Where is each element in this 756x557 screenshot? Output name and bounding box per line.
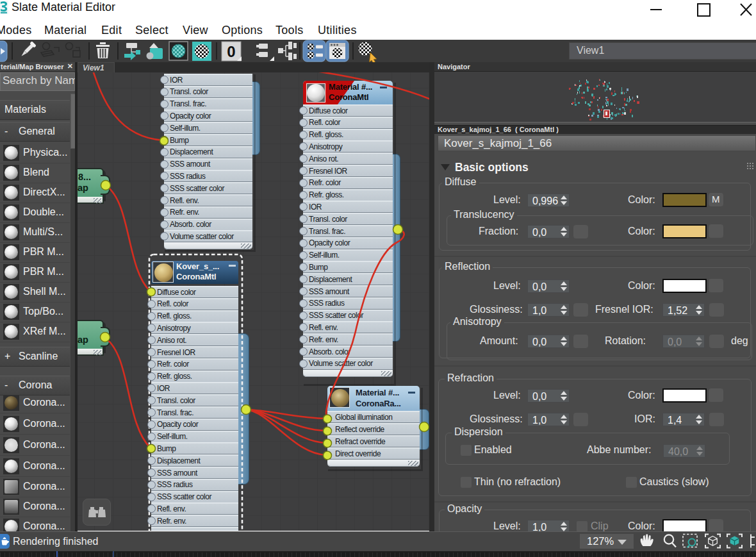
svg-text:0: 0 [227, 43, 235, 60]
